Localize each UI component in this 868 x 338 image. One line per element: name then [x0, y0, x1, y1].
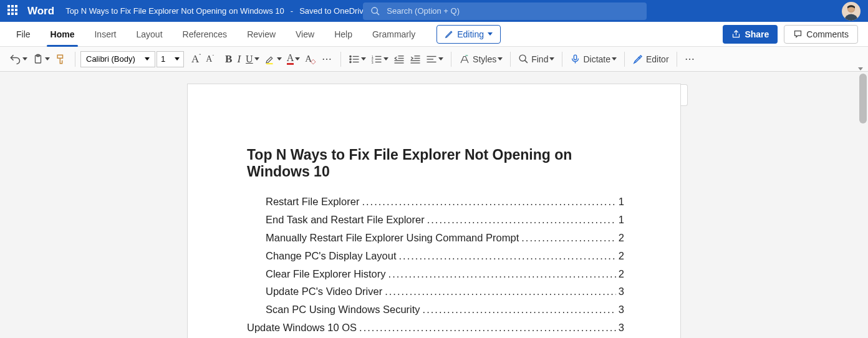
paste-button[interactable] [30, 50, 52, 69]
toc-leader-dots: ........................................… [427, 211, 616, 229]
chevron-down-icon [488, 32, 493, 36]
bullets-button[interactable] [346, 50, 369, 69]
toc-page-number: 1 [619, 211, 624, 229]
toc-page-number: 3 [619, 282, 624, 301]
tab-layout[interactable]: Layout [126, 22, 172, 47]
toc-item[interactable]: Update PC's Video Driver ...............… [247, 282, 624, 301]
toc-leader-dots: ........................................… [521, 229, 616, 247]
collapse-ribbon-icon[interactable] [858, 67, 863, 70]
underline-icon: U [246, 54, 253, 65]
avatar-icon [842, 2, 861, 21]
avatar[interactable] [842, 2, 861, 21]
tab-review[interactable]: Review [237, 22, 286, 47]
numbering-button[interactable]: 123 [369, 50, 391, 69]
chevron-down-icon [549, 57, 554, 60]
styles-button[interactable]: Styles [456, 50, 505, 69]
toc-item[interactable]: Scan PC Using Windows Security .........… [247, 301, 624, 319]
clipboard-icon [32, 53, 44, 65]
toc-item[interactable]: Restart File Explorer ..................… [247, 193, 624, 211]
font-select[interactable]: Calibri (Body) [80, 51, 155, 67]
mic-icon [570, 54, 581, 64]
font-value: Calibri (Body) [86, 54, 135, 64]
italic-button[interactable]: I [234, 50, 243, 69]
comments-button[interactable]: Comments [784, 25, 858, 44]
toc-item[interactable]: Update Windows 10 OS ...................… [247, 319, 624, 337]
document-title[interactable]: Top N Ways to Fix File Explorer Not Open… [65, 6, 378, 16]
toc-leader-dots: ........................................… [388, 265, 616, 283]
styles-label: Styles [473, 54, 496, 64]
toc-page-number: 3 [619, 319, 624, 337]
svg-point-32 [519, 55, 526, 61]
tab-help[interactable]: Help [324, 22, 362, 47]
share-button[interactable]: Share [723, 25, 778, 44]
shrink-font-button[interactable]: Aˇ [203, 50, 216, 69]
chevron-down-icon [361, 57, 366, 60]
toc-item[interactable]: Manually Restart File Explorer Using Com… [247, 229, 624, 247]
share-icon [731, 29, 741, 39]
tab-row: File Home Insert Layout References Revie… [0, 22, 868, 47]
editing-label: Editing [457, 29, 484, 39]
tab-view[interactable]: View [286, 22, 324, 47]
share-label: Share [745, 29, 769, 39]
toc-title: Clear File Explorer History [266, 265, 386, 283]
outdent-button[interactable] [391, 50, 407, 69]
pencil-icon [445, 30, 453, 39]
editor-button[interactable]: Editor [630, 50, 672, 69]
toc-item[interactable]: Clear File Explorer History ............… [247, 265, 624, 283]
chevron-down-icon [295, 57, 300, 60]
tab-file[interactable]: File [6, 22, 41, 47]
vertical-scrollbar[interactable] [859, 74, 867, 123]
toc-title: Scan PC Using Windows Security [266, 301, 420, 319]
app-name: Word [27, 5, 54, 17]
ribbon-overflow-button[interactable]: ⋯ [682, 50, 698, 69]
toc-page-number: 2 [619, 229, 624, 247]
dictate-button[interactable]: Dictate [567, 50, 619, 69]
toc-title: Manually Restart File Explorer Using Com… [266, 229, 519, 247]
indent-button[interactable] [407, 50, 423, 69]
clear-formatting-button[interactable]: A◇ [302, 50, 314, 69]
toc-title: Update PC's Video Driver [266, 282, 382, 301]
toc-title: Restart File Explorer [266, 193, 359, 211]
underline-button[interactable]: U [243, 50, 262, 69]
grow-font-icon: Aˆ [191, 53, 201, 65]
numbering-icon: 123 [371, 54, 382, 64]
italic-icon: I [237, 53, 241, 65]
more-font-button[interactable]: ⋯ [319, 50, 335, 69]
bold-button[interactable]: B [223, 50, 234, 69]
grow-font-button[interactable]: Aˆ [189, 50, 203, 69]
tab-references[interactable]: References [173, 22, 238, 47]
svg-rect-8 [266, 63, 273, 64]
chevron-down-icon [254, 57, 259, 60]
app-launcher-icon[interactable] [7, 5, 20, 17]
svg-point-13 [350, 61, 351, 62]
toc-page-number: 2 [619, 247, 624, 265]
tab-grammarly[interactable]: Grammarly [362, 22, 425, 47]
toc-item[interactable]: End Task and Restart File Explorer .....… [247, 211, 624, 229]
toc-leader-dots: ........................................… [359, 319, 616, 337]
svg-text:3: 3 [372, 60, 374, 64]
document-page[interactable]: Top N Ways to Fix File Explorer Not Open… [188, 84, 680, 338]
styles-icon [459, 54, 470, 65]
highlight-button[interactable] [262, 50, 284, 69]
chevron-down-icon [438, 57, 443, 60]
align-button[interactable] [423, 50, 446, 69]
font-color-button[interactable]: A [284, 50, 303, 69]
svg-point-0 [372, 7, 377, 13]
format-painter-button[interactable] [52, 50, 70, 69]
toc-item[interactable]: Change PC's Display Layout .............… [247, 247, 624, 265]
font-size-select[interactable]: 1 [157, 51, 184, 67]
svg-line-33 [525, 60, 528, 63]
font-color-icon: A [287, 53, 294, 65]
search-input[interactable]: Search (Option + Q) [363, 2, 647, 20]
undo-icon [9, 53, 21, 65]
tab-insert[interactable]: Insert [84, 22, 126, 47]
doc-heading: Top N Ways to Fix File Explorer Not Open… [247, 147, 624, 180]
tab-home[interactable]: Home [41, 22, 85, 47]
chevron-down-icon [175, 57, 180, 60]
undo-button[interactable] [6, 50, 30, 69]
find-label: Find [531, 54, 548, 64]
toc-title: End Task and Restart File Explorer [266, 211, 425, 229]
table-of-contents: Restart File Explorer ..................… [247, 193, 624, 338]
find-button[interactable]: Find [516, 50, 557, 69]
editing-mode-button[interactable]: Editing [436, 25, 501, 44]
